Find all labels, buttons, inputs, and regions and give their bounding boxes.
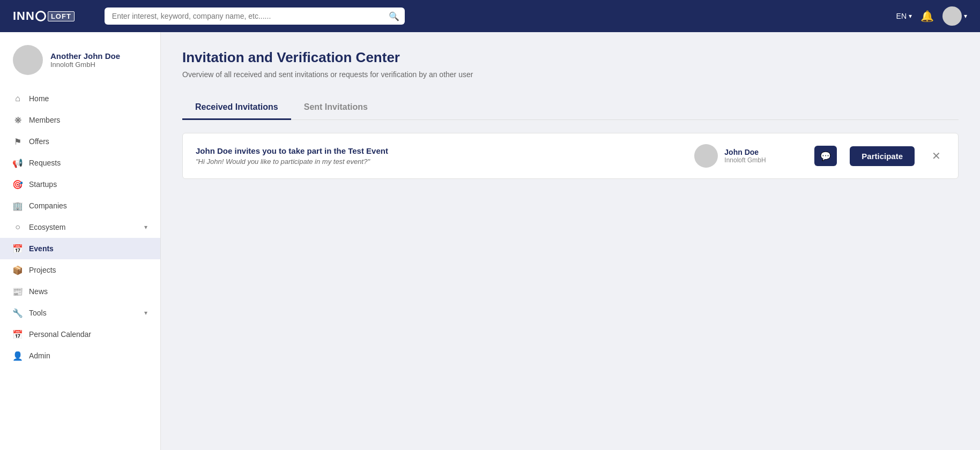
sender-name: John Doe xyxy=(724,148,766,156)
lang-chevron-icon: ▾ xyxy=(909,12,912,20)
user-info: Another John Doe Innoloft GmbH xyxy=(50,51,120,69)
participate-button[interactable]: Participate xyxy=(850,146,915,166)
main-content: Invitation and Verification Center Overv… xyxy=(161,32,980,450)
user-menu-chevron-icon: ▾ xyxy=(964,12,967,20)
lang-label: EN xyxy=(896,12,907,20)
sidebar-item-label: Offers xyxy=(29,137,49,146)
sidebar-nav: ⌂ Home ❋ Members ⚑ Offers 📢 Requests 🎯 S… xyxy=(0,88,160,366)
user-menu[interactable]: ▾ xyxy=(942,6,967,26)
chevron-down-icon: ▾ xyxy=(144,223,147,231)
chat-button[interactable]: 💬 xyxy=(814,146,837,166)
tools-icon: 🔧 xyxy=(13,308,23,318)
logo-loft: LOFT xyxy=(48,11,75,21)
sidebar-item-admin[interactable]: 👤 Admin xyxy=(0,345,160,366)
sidebar-item-label: Members xyxy=(29,116,60,124)
admin-icon: 👤 xyxy=(13,351,23,361)
language-selector[interactable]: EN ▾ xyxy=(896,12,912,20)
sidebar-item-tools[interactable]: 🔧 Tools ▾ xyxy=(0,302,160,324)
members-icon: ❋ xyxy=(13,115,23,125)
sidebar-item-companies[interactable]: 🏢 Companies xyxy=(0,195,160,216)
tab-sent-invitations[interactable]: Sent Invitations xyxy=(291,96,381,120)
invitations-list: John Doe invites you to take part in the… xyxy=(182,133,959,179)
sidebar-item-personal-calendar[interactable]: 📅 Personal Calendar xyxy=(0,324,160,345)
search-input[interactable] xyxy=(105,8,405,25)
sidebar-item-events[interactable]: 📅 Events xyxy=(0,238,160,259)
sidebar-item-label: Ecosystem xyxy=(29,223,65,231)
ecosystem-icon: ○ xyxy=(13,222,23,232)
news-icon: 📰 xyxy=(13,287,23,296)
user-company: Innoloft GmbH xyxy=(50,61,120,69)
sidebar-item-news[interactable]: 📰 News xyxy=(0,281,160,302)
sidebar-item-label: Home xyxy=(29,94,49,103)
logo-inno: INN xyxy=(13,9,35,23)
invitation-card: John Doe invites you to take part in the… xyxy=(182,133,959,179)
sender-avatar xyxy=(694,144,718,168)
home-icon: ⌂ xyxy=(13,94,23,103)
search-icon-button[interactable]: 🔍 xyxy=(389,11,399,21)
sidebar-item-members[interactable]: ❋ Members xyxy=(0,109,160,131)
sidebar-item-label: Projects xyxy=(29,266,56,274)
sidebar-item-requests[interactable]: 📢 Requests xyxy=(0,152,160,174)
tabs: Received Invitations Sent Invitations xyxy=(182,96,959,120)
requests-icon: 📢 xyxy=(13,158,23,168)
sidebar-item-label: News xyxy=(29,287,48,296)
sidebar-item-label: Companies xyxy=(29,201,67,210)
sidebar-item-home[interactable]: ⌂ Home xyxy=(0,88,160,109)
user-profile: Another John Doe Innoloft GmbH xyxy=(0,45,160,88)
close-icon: ✕ xyxy=(932,150,941,162)
sidebar-item-ecosystem[interactable]: ○ Ecosystem ▾ xyxy=(0,216,160,238)
sidebar-item-label: Startups xyxy=(29,180,57,189)
projects-icon: 📦 xyxy=(13,265,23,275)
sidebar-item-label: Tools xyxy=(29,309,47,317)
sender-info: John Doe Innoloft GmbH xyxy=(724,148,766,164)
topnav-right: EN ▾ 🔔 ▾ xyxy=(896,6,967,26)
topnav: INNLOFT 🔍 EN ▾ 🔔 ▾ xyxy=(0,0,980,32)
logo-o xyxy=(35,11,46,21)
page-title: Invitation and Verification Center xyxy=(182,49,959,66)
sidebar-item-label: Requests xyxy=(29,159,61,167)
close-button[interactable]: ✕ xyxy=(927,147,945,164)
topnav-avatar xyxy=(942,6,962,26)
sender-company: Innoloft GmbH xyxy=(724,156,766,164)
search-bar: 🔍 xyxy=(105,8,405,25)
avatar xyxy=(13,45,43,75)
notifications-bell-icon[interactable]: 🔔 xyxy=(920,10,934,22)
logo[interactable]: INNLOFT xyxy=(13,9,75,23)
invitation-text: John Doe invites you to take part in the… xyxy=(196,146,681,166)
sidebar-item-startups[interactable]: 🎯 Startups xyxy=(0,174,160,195)
layout: Another John Doe Innoloft GmbH ⌂ Home ❋ … xyxy=(0,32,980,450)
tab-received-invitations[interactable]: Received Invitations xyxy=(182,96,291,120)
sidebar-item-projects[interactable]: 📦 Projects xyxy=(0,259,160,281)
startups-icon: 🎯 xyxy=(13,179,23,189)
offers-icon: ⚑ xyxy=(13,137,23,146)
user-name: Another John Doe xyxy=(50,51,120,61)
sidebar-item-label: Personal Calendar xyxy=(29,330,91,339)
personal-calendar-icon: 📅 xyxy=(13,329,23,339)
sidebar-item-label: Admin xyxy=(29,351,50,360)
invitation-title: John Doe invites you to take part in the… xyxy=(196,146,681,155)
companies-icon: 🏢 xyxy=(13,201,23,211)
page-subtitle: Overview of all received and sent invita… xyxy=(182,70,959,79)
sidebar-item-offers[interactable]: ⚑ Offers xyxy=(0,131,160,152)
chat-icon: 💬 xyxy=(820,151,831,161)
invitation-sender: John Doe Innoloft GmbH xyxy=(694,144,801,168)
events-icon: 📅 xyxy=(13,244,23,253)
sidebar: Another John Doe Innoloft GmbH ⌂ Home ❋ … xyxy=(0,32,161,450)
chevron-down-icon: ▾ xyxy=(144,309,147,317)
sidebar-item-label: Events xyxy=(29,244,54,253)
invitation-message: "Hi John! Would you like to participate … xyxy=(196,158,681,166)
